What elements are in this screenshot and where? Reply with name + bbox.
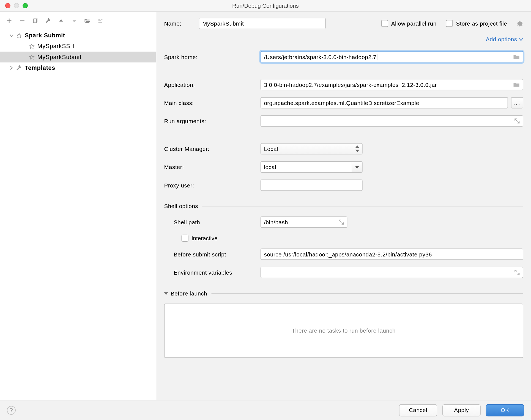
sidebar-toolbar xyxy=(0,14,156,27)
shell-path-field[interactable]: /bin/bash xyxy=(261,216,347,228)
master-combo[interactable]: local xyxy=(261,161,363,173)
chevron-down-icon[interactable] xyxy=(10,34,13,37)
config-tree: Spark Submit MySparkSSH MySparkSubmit Te… xyxy=(0,27,156,73)
select-arrows-icon xyxy=(354,145,360,153)
env-vars-label: Environment variables xyxy=(164,269,260,276)
ok-button[interactable]: OK xyxy=(486,404,524,416)
add-options-label: Add options xyxy=(486,36,517,43)
before-launch-list[interactable]: There are no tasks to run before launch xyxy=(164,304,523,358)
name-label: Name: xyxy=(164,20,199,27)
shell-path-label: Shell path xyxy=(164,219,260,225)
cancel-button[interactable]: Cancel xyxy=(399,404,437,416)
wrench-icon xyxy=(16,65,22,71)
application-value: 3.0.0-bin-hadoop2.7/examples/jars/spark-… xyxy=(264,81,437,88)
before-launch-section[interactable]: Before launch xyxy=(164,290,523,297)
allow-parallel-run-checkbox[interactable]: Allow parallel run xyxy=(381,20,437,27)
before-submit-label: Before submit script xyxy=(164,251,260,258)
dialog-footer: ? Cancel Apply OK xyxy=(0,400,531,420)
titlebar: Run/Debug Configurations xyxy=(0,0,531,12)
star-outline-icon xyxy=(29,43,35,49)
help-button[interactable]: ? xyxy=(7,406,16,415)
tree-item-mysparksubmit[interactable]: MySparkSubmit xyxy=(0,52,156,62)
cluster-manager-select[interactable]: Local xyxy=(261,143,363,154)
spark-home-label: Spark home: xyxy=(164,54,260,60)
shell-options-label: Shell options xyxy=(164,203,198,210)
interactive-label: Interactive xyxy=(191,235,218,241)
cluster-manager-label: Cluster Manager: xyxy=(164,145,260,152)
before-submit-field[interactable]: source /usr/local/hadoop_apps/anaconda2-… xyxy=(261,248,523,260)
combo-dropdown-button[interactable] xyxy=(352,162,362,172)
master-value: local xyxy=(261,164,352,170)
sidebar: Spark Submit MySparkSSH MySparkSubmit Te… xyxy=(0,12,156,400)
star-outline-icon xyxy=(29,54,35,60)
folder-open-icon[interactable] xyxy=(84,18,90,24)
main-class-browse-button[interactable]: ... xyxy=(511,97,523,108)
triangle-down-icon xyxy=(355,165,359,169)
expand-icon[interactable] xyxy=(514,118,520,124)
triangle-down-icon xyxy=(164,291,168,295)
tree-group-label: Spark Submit xyxy=(25,32,65,39)
interactive-checkbox[interactable]: Interactive xyxy=(182,235,218,242)
wrench-icon[interactable] xyxy=(45,18,51,24)
run-arguments-label: Run arguments: xyxy=(164,118,260,124)
move-down-icon[interactable] xyxy=(71,18,77,24)
allow-parallel-label: Allow parallel run xyxy=(391,20,437,27)
tree-group-spark-submit[interactable]: Spark Submit xyxy=(0,30,156,41)
spark-home-field[interactable]: /Users/jetbrains/spark-3.0.0-bin-hadoop2… xyxy=(261,51,523,62)
add-icon[interactable] xyxy=(6,18,12,24)
window-title: Run/Debug Configurations xyxy=(0,2,531,9)
tree-templates[interactable]: Templates xyxy=(0,62,156,73)
application-label: Application: xyxy=(164,81,260,88)
before-submit-value: source /usr/local/hadoop_apps/anaconda2-… xyxy=(264,251,432,258)
name-field[interactable]: MySparkSubmit xyxy=(199,18,326,29)
main-class-field[interactable]: org.apache.spark.examples.ml.QuantileDis… xyxy=(261,97,508,108)
proxy-user-label: Proxy user: xyxy=(164,182,260,189)
name-value: MySparkSubmit xyxy=(202,20,244,27)
main-class-label: Main class: xyxy=(164,100,260,106)
store-as-project-file-checkbox[interactable]: Store as project file xyxy=(446,20,507,27)
spark-home-value: /Users/jetbrains/spark-3.0.0-bin-hadoop2… xyxy=(264,54,376,60)
store-project-label: Store as project file xyxy=(456,20,507,27)
expand-icon[interactable] xyxy=(339,219,344,225)
star-outline-icon xyxy=(16,32,22,38)
apply-button[interactable]: Apply xyxy=(442,404,481,416)
tree-item-mysparkssh[interactable]: MySparkSSH xyxy=(0,41,156,51)
sort-icon[interactable] xyxy=(97,18,103,24)
master-label: Master: xyxy=(164,164,260,170)
env-vars-field[interactable] xyxy=(261,267,523,278)
shell-path-value: /bin/bash xyxy=(264,219,288,225)
tree-item-label: MySparkSSH xyxy=(37,43,75,49)
before-launch-empty-text: There are no tasks to run before launch xyxy=(292,327,396,334)
main-class-value: org.apache.spark.examples.ml.QuantileDis… xyxy=(264,100,419,106)
config-panel: Name: MySparkSubmit Allow parallel run S… xyxy=(156,12,531,400)
application-field[interactable]: 3.0.0-bin-hadoop2.7/examples/jars/spark-… xyxy=(261,79,523,90)
run-arguments-field[interactable] xyxy=(261,115,523,127)
move-up-icon[interactable] xyxy=(58,18,64,24)
cluster-manager-value: Local xyxy=(264,145,278,152)
copy-icon[interactable] xyxy=(32,18,38,24)
remove-icon[interactable] xyxy=(19,18,25,24)
tree-item-label: MySparkSubmit xyxy=(37,54,82,60)
shell-options-section: Shell options xyxy=(164,203,523,210)
proxy-user-field[interactable] xyxy=(261,179,363,191)
tree-templates-label: Templates xyxy=(25,65,55,71)
chevron-right-icon[interactable] xyxy=(10,66,13,70)
before-launch-label: Before launch xyxy=(171,290,207,297)
expand-icon[interactable] xyxy=(514,270,520,275)
